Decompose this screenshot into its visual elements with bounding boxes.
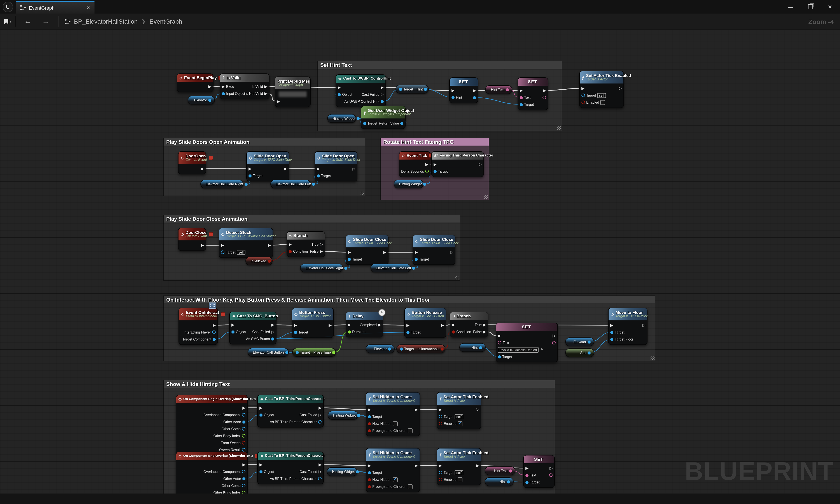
pin-hint2-r0[interactable]	[507, 480, 510, 483]
pin-dooropen-r0[interactable]: ▶	[201, 167, 204, 171]
window-minimize-button[interactable]: —	[788, 4, 793, 10]
pin-sethidden2-l3[interactable]	[368, 485, 371, 488]
pin-isvalid-l1[interactable]	[222, 92, 225, 95]
var-node-hint2[interactable]: Hint	[485, 477, 514, 486]
node-beginoverlap[interactable]: ◇On Component Begin Overlap (ShowHintTex…	[176, 395, 248, 455]
var-node-gateright2[interactable]: Elevator Hall Gate Right	[300, 264, 343, 272]
node-isvalid[interactable]: ?Is Valid▶ExecIs Valid▶Input ObjectIs No…	[220, 73, 269, 99]
node-header-doorclose[interactable]: ◇DoorCloseCustom Event	[178, 228, 206, 240]
pin-sdc1-r0[interactable]: ▶	[383, 250, 386, 254]
node-header-setpink2[interactable]: SET	[496, 323, 557, 331]
node-setpink1[interactable]: SET▶▶TextTarget	[518, 77, 548, 110]
pin-facing-l0[interactable]: ▶	[434, 162, 437, 166]
pin-settick0-l2[interactable]	[581, 101, 585, 104]
node-header-buttonpress[interactable]: ◇Button PressTarget is SMC Button	[292, 308, 333, 320]
node-header-casttpc2[interactable]: ↠Cast To BP_ThirdPersonCharacter	[258, 452, 323, 460]
node-oninteract[interactable]: ◇Event OnInteractFrom BI Interactable▶In…	[178, 308, 218, 345]
window-close-button[interactable]: ✕	[828, 4, 832, 10]
var-node-hintingwidget1[interactable]: Hinting Widget	[327, 114, 356, 123]
pin-detectstuck-l1[interactable]	[221, 250, 224, 254]
node-printdebug[interactable]: Print Debug MsgCollapsed Graph▶	[275, 76, 311, 107]
pin-eventtick-r0[interactable]: ▶	[425, 162, 428, 166]
pin-endoverlap-r3[interactable]	[242, 484, 245, 487]
pin-settick1-l1[interactable]	[439, 415, 442, 418]
pin-setpink1-l2[interactable]	[520, 103, 523, 106]
pin-gateleft2-r0[interactable]	[412, 266, 415, 269]
pin-detectstuck-r0[interactable]: ▶	[268, 243, 271, 247]
node-header-delay[interactable]: ƒDelay	[346, 312, 383, 320]
node-sdo1[interactable]: ◇Slide Door OpenTarget is SMC Slide Door…	[246, 151, 289, 181]
var-node-elevator2[interactable]: Elevator	[366, 344, 395, 353]
pin-buttonpress-r0[interactable]: ▶	[329, 323, 332, 327]
node-header-printdebug[interactable]: Print Debug MsgCollapsed Graph	[275, 77, 310, 89]
var-node-hinttext2[interactable]: Hint Text	[485, 466, 515, 475]
pin-buttonrelease-r0[interactable]: ▶	[441, 323, 444, 327]
node-delay[interactable]: ƒDelay▶Completed▶Duration	[346, 312, 383, 338]
pin-default-value[interactable]: self	[237, 250, 245, 255]
node-header-sdo1[interactable]: ◇Slide Door OpenTarget is SMC Slide Door	[247, 152, 289, 164]
pin-hintingwidget5-r0[interactable]	[356, 470, 359, 473]
pin-beginoverlap-r2[interactable]	[242, 420, 245, 424]
pin-doorclose-r0[interactable]: ▶	[201, 243, 204, 247]
forward-button[interactable]: →	[37, 17, 55, 26]
bookmark-caret-icon[interactable]: ▾	[10, 19, 11, 23]
pin-sdo1-l1[interactable]	[248, 174, 251, 177]
node-header-endoverlap[interactable]: ◇On Component End Overlap (ShowHintText)	[176, 452, 247, 460]
node-header-movetofloor[interactable]: ◇Move to FloorTarget is BP Elevator	[609, 308, 647, 320]
pin-setblue1-l0[interactable]: ▶	[452, 89, 455, 92]
node-sethidden2[interactable]: ƒSet Hidden in GameTarget is Scene Compo…	[366, 448, 420, 492]
node-branch1[interactable]: YBranch▶True▷ConditionFalse▶	[286, 231, 325, 257]
pin-branch2-l1[interactable]	[452, 330, 455, 333]
pin-checkbox[interactable]	[600, 100, 605, 105]
node-header-setpink1[interactable]: SET	[518, 78, 548, 86]
node-header-settick1[interactable]: ƒSet Actor Tick EnabledTarget is Actor	[437, 393, 481, 405]
delegate-badge-icon[interactable]	[209, 156, 213, 160]
back-button[interactable]: ←	[19, 17, 37, 26]
pin-casttpc1-l0[interactable]: ▶	[259, 406, 262, 410]
pin-castsmc-r1[interactable]: ▷	[271, 330, 274, 334]
pin-sdc2-l1[interactable]	[415, 258, 418, 261]
node-header-sdc2[interactable]: ◇Slide Door CloseTarget is SMC Slide Doo…	[413, 235, 455, 247]
pin-oninteract-r0[interactable]: ▶	[213, 323, 216, 327]
pin-beginplay-r0[interactable]: ▶	[208, 85, 211, 89]
node-header-casttpc1[interactable]: ↠Cast To BP_ThirdPersonCharacter	[258, 395, 323, 403]
node-sethidden1[interactable]: ƒSet Hidden in GameTarget is Scene Compo…	[366, 392, 420, 436]
node-header-detectstuck[interactable]: ◇Detect StuckTarget is BP Elevator Hall …	[219, 228, 273, 240]
pin-settick1-l0[interactable]: ▶	[439, 408, 442, 412]
pin-setpink3-r1[interactable]	[549, 473, 553, 477]
localize-flag-icon[interactable]: ⚑	[540, 347, 543, 352]
node-header-setblue1[interactable]: SET	[450, 78, 478, 86]
node-header-branch2[interactable]: YBranch	[450, 312, 488, 320]
pin-movetofloor-l0[interactable]: ▶	[610, 323, 613, 327]
node-header-beginplay[interactable]: ◇Event BeginPlay	[177, 74, 213, 82]
node-casttpc2[interactable]: ↠Cast To BP_ThirdPersonCharacter▶▶Object…	[257, 452, 324, 484]
pin-settick0-r0[interactable]: ▷	[619, 86, 622, 90]
pin-casttpc1-r1[interactable]: ▷	[318, 413, 321, 417]
pin-castsmc-l1[interactable]	[231, 330, 234, 333]
node-header-beginoverlap[interactable]: ◇On Component Begin Overlap (ShowHintTex…	[176, 395, 247, 403]
var-node-gateright1[interactable]: Elevator Hall Gate Right	[200, 180, 243, 188]
pin-hintingwidget3-r0[interactable]	[423, 182, 426, 185]
pin-beginoverlap-r3[interactable]	[242, 427, 245, 431]
pin-casttpc2-r0[interactable]: ▶	[318, 463, 321, 467]
pin-setblue1-l1[interactable]	[452, 96, 455, 99]
pin-casttpc2-l0[interactable]: ▶	[259, 463, 262, 467]
node-header-settick2[interactable]: ƒSet Actor Tick EnabledTarget is Actor	[437, 449, 481, 461]
pin-endoverlap-r1[interactable]	[242, 470, 245, 473]
var-node-gateleft1[interactable]: Elevator Hall Gate Left	[270, 180, 311, 188]
pin-cast1-l0[interactable]: ▶	[338, 86, 341, 89]
node-buttonrelease[interactable]: ◇Button ReleaseTarget is SMC Button▶▶Tar…	[404, 308, 446, 338]
pin-setpink1-l0[interactable]: ▶	[520, 89, 523, 92]
pin-castsmc-l0[interactable]: ▶	[231, 323, 234, 327]
pin-settick1-l2[interactable]	[439, 422, 442, 425]
pin-checkbox[interactable]	[408, 484, 413, 489]
bookmark-icon[interactable]	[4, 19, 8, 24]
tab-eventgraph[interactable]: EventGraph ✕	[16, 1, 94, 14]
node-branch2[interactable]: YBranch▶True▶ConditionFalse▶	[450, 312, 488, 338]
pin-buttonpress-l1[interactable]	[294, 331, 297, 334]
pin-checkbox[interactable]	[408, 428, 413, 433]
node-sdc1[interactable]: ◇Slide Door CloseTarget is SMC Slide Doo…	[346, 235, 388, 265]
tab-close-icon[interactable]: ✕	[86, 5, 90, 10]
pin-elevcallbtn-r0[interactable]	[285, 351, 288, 354]
pin-branch1-r0[interactable]: ▷	[320, 242, 323, 246]
